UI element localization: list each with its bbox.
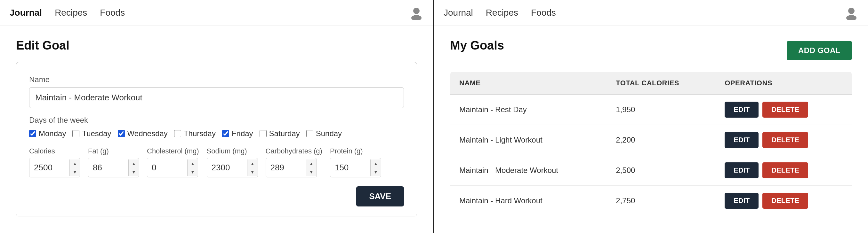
calories-up[interactable]: ▲: [70, 160, 80, 168]
nutrients-row: Calories ▲ ▼ Fat (g) ▲: [29, 147, 404, 177]
right-nav: Journal Recipes Foods: [434, 0, 868, 26]
right-nav-journal[interactable]: Journal: [443, 8, 473, 18]
delete-light-button[interactable]: DELETE: [763, 132, 808, 148]
left-nav: Journal Recipes Foods: [0, 0, 433, 26]
add-goal-button[interactable]: ADD GOAL: [787, 41, 852, 60]
my-goals-title: My Goals: [450, 39, 504, 53]
svg-point-0: [413, 8, 420, 14]
edit-goal-form: Name Days of the week Monday Tuesday Wed…: [16, 62, 417, 217]
left-nav-foods[interactable]: Foods: [100, 8, 125, 18]
ops-cell-light: EDIT DELETE: [724, 132, 843, 148]
nutrient-sodium: Sodium (mg) ▲ ▼: [207, 147, 258, 177]
col-calories: TOTAL CALORIES: [607, 72, 716, 95]
checkbox-monday[interactable]: [29, 130, 36, 137]
name-label: Name: [29, 75, 404, 84]
right-avatar: [844, 6, 859, 20]
sodium-label: Sodium (mg): [207, 147, 258, 155]
day-tuesday[interactable]: Tuesday: [72, 129, 111, 138]
carbs-down[interactable]: ▼: [306, 168, 316, 176]
left-nav-journal[interactable]: Journal: [9, 8, 42, 18]
calories-down[interactable]: ▼: [70, 168, 80, 176]
left-nav-recipes[interactable]: Recipes: [55, 8, 87, 18]
checkbox-wednesday[interactable]: [118, 130, 125, 137]
cholesterol-spinner: ▲ ▼: [187, 160, 198, 176]
table-row: Maintain - Moderate Workout 2,500 EDIT D…: [450, 155, 852, 186]
edit-light-button[interactable]: EDIT: [724, 132, 758, 148]
sodium-spinner: ▲ ▼: [247, 160, 258, 176]
my-goals-header: My Goals ADD GOAL: [450, 39, 852, 62]
cholesterol-input[interactable]: [147, 158, 187, 177]
checkbox-friday[interactable]: [222, 130, 229, 137]
goal-calories-rest-day: 1,950: [607, 95, 716, 125]
checkbox-sunday[interactable]: [306, 130, 313, 137]
nutrient-carbs: Carbohydrates (g) ▲ ▼: [266, 147, 322, 177]
cholesterol-down[interactable]: ▼: [188, 168, 198, 176]
edit-hard-button[interactable]: EDIT: [724, 193, 758, 209]
goal-calories-hard: 2,750: [607, 186, 716, 216]
fat-input[interactable]: [88, 158, 128, 177]
carbs-up[interactable]: ▲: [306, 160, 316, 168]
day-thursday[interactable]: Thursday: [174, 129, 216, 138]
sodium-input[interactable]: [207, 158, 247, 177]
day-wednesday[interactable]: Wednesday: [118, 129, 168, 138]
days-label: Days of the week: [29, 116, 404, 125]
left-panel: Journal Recipes Foods Edit Goal Name Day…: [0, 0, 434, 233]
sodium-input-group: ▲ ▼: [207, 158, 258, 177]
fat-down[interactable]: ▼: [129, 168, 139, 176]
carbs-input[interactable]: [266, 158, 306, 177]
svg-point-1: [411, 15, 422, 20]
day-sunday-label: Sunday: [316, 129, 342, 138]
table-row: Maintain - Hard Workout 2,750 EDIT DELET…: [450, 186, 852, 216]
edit-moderate-button[interactable]: EDIT: [724, 162, 758, 178]
table-row: Maintain - Light Workout 2,200 EDIT DELE…: [450, 125, 852, 155]
calories-input-group: ▲ ▼: [29, 158, 80, 177]
goals-table: NAME TOTAL CALORIES OPERATIONS Maintain …: [450, 72, 852, 216]
carbs-input-group: ▲ ▼: [266, 158, 317, 177]
ops-cell-hard: EDIT DELETE: [724, 193, 843, 209]
checkbox-thursday[interactable]: [174, 130, 181, 137]
goal-ops-rest-day: EDIT DELETE: [716, 95, 852, 125]
day-friday[interactable]: Friday: [222, 129, 253, 138]
delete-hard-button[interactable]: DELETE: [763, 193, 808, 209]
protein-label: Protein (g): [330, 147, 381, 155]
save-button[interactable]: SAVE: [356, 186, 404, 206]
edit-goal-title: Edit Goal: [16, 39, 417, 53]
delete-moderate-button[interactable]: DELETE: [763, 162, 808, 178]
table-row: Maintain - Rest Day 1,950 EDIT DELETE: [450, 95, 852, 125]
day-saturday[interactable]: Saturday: [259, 129, 300, 138]
day-sunday[interactable]: Sunday: [306, 129, 342, 138]
day-saturday-label: Saturday: [269, 129, 300, 138]
calories-input[interactable]: [29, 158, 69, 177]
protein-input[interactable]: [330, 158, 370, 177]
carbs-label: Carbohydrates (g): [266, 147, 322, 155]
checkbox-tuesday[interactable]: [72, 130, 80, 137]
cholesterol-input-group: ▲ ▼: [147, 158, 198, 177]
protein-down[interactable]: ▼: [371, 168, 381, 176]
calories-spinner: ▲ ▼: [69, 160, 80, 176]
fat-up[interactable]: ▲: [129, 160, 139, 168]
sodium-up[interactable]: ▲: [247, 160, 258, 168]
protein-spinner: ▲ ▼: [370, 160, 381, 176]
right-nav-recipes[interactable]: Recipes: [486, 8, 518, 18]
goal-name-hard: Maintain - Hard Workout: [450, 186, 607, 216]
goal-calories-light: 2,200: [607, 125, 716, 155]
edit-rest-day-button[interactable]: EDIT: [724, 102, 758, 118]
goal-ops-light: EDIT DELETE: [716, 125, 852, 155]
sodium-down[interactable]: ▼: [247, 168, 258, 176]
day-thursday-label: Thursday: [184, 129, 216, 138]
fat-label: Fat (g): [88, 147, 139, 155]
checkbox-saturday[interactable]: [259, 130, 267, 137]
day-friday-label: Friday: [232, 129, 253, 138]
ops-cell-moderate: EDIT DELETE: [724, 162, 843, 178]
right-panel: Journal Recipes Foods My Goals ADD GOAL …: [434, 0, 868, 233]
day-monday[interactable]: Monday: [29, 129, 66, 138]
right-nav-foods[interactable]: Foods: [531, 8, 556, 18]
protein-up[interactable]: ▲: [371, 160, 381, 168]
cholesterol-up[interactable]: ▲: [188, 160, 198, 168]
goal-calories-moderate: 2,500: [607, 155, 716, 186]
delete-rest-day-button[interactable]: DELETE: [763, 102, 808, 118]
days-row: Monday Tuesday Wednesday Thursday Friday: [29, 129, 404, 138]
goal-ops-hard: EDIT DELETE: [716, 186, 852, 216]
svg-point-3: [846, 15, 857, 20]
goal-name-input[interactable]: [29, 87, 404, 108]
